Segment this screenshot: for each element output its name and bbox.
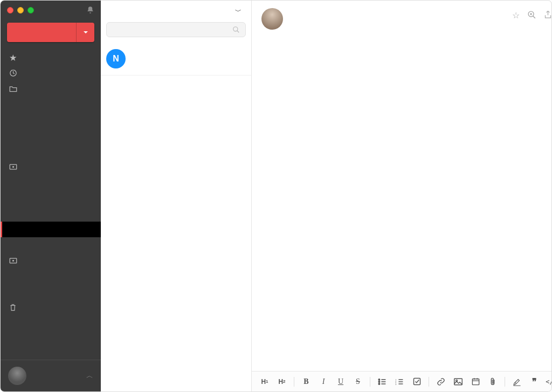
editor-pane: ☆ ••• H1 H2 B I U S 123 [252, 1, 552, 391]
star-icon[interactable]: ☆ [512, 10, 520, 20]
svg-rect-14 [413, 379, 420, 385]
h2-button[interactable]: H2 [274, 375, 289, 389]
nav-abacus-marketing[interactable] [1, 206, 101, 222]
search-icon [232, 26, 240, 33]
nav-leadership-board[interactable] [1, 284, 101, 300]
avatar [8, 367, 26, 385]
code-button[interactable]: </> [544, 375, 552, 389]
nav-trash[interactable] [1, 300, 101, 315]
trash-icon [8, 304, 18, 312]
notes-scroll[interactable]: N [101, 42, 251, 391]
overview-row[interactable]: N [101, 42, 251, 75]
svg-point-2 [12, 166, 13, 168]
chevron-up-icon: ︿ [86, 371, 93, 381]
zoom-icon[interactable] [527, 10, 536, 20]
minimize-window-button[interactable] [17, 7, 24, 13]
left-sidebar: ★ [1, 1, 101, 391]
svg-point-9 [378, 381, 380, 382]
nav-library[interactable] [1, 81, 101, 97]
nav-abacus-general[interactable] [1, 175, 101, 190]
doc-body[interactable] [252, 35, 552, 371]
nav-library-team-11[interactable] [1, 128, 101, 143]
add-note-dropdown[interactable] [76, 23, 94, 42]
svg-point-10 [378, 383, 380, 384]
add-note-label [7, 23, 76, 42]
chevron-down-icon: ﹀ [235, 7, 242, 16]
h1-button[interactable]: H1 [257, 375, 272, 389]
share-icon[interactable] [544, 10, 552, 20]
svg-text:3: 3 [395, 382, 397, 385]
svg-point-8 [378, 379, 380, 380]
bullet-list-button[interactable] [375, 375, 390, 389]
nav-starred[interactable]: ★ [1, 50, 101, 65]
maximize-window-button[interactable] [27, 7, 34, 13]
highlight-button[interactable] [509, 375, 525, 389]
clock-icon [8, 69, 18, 77]
number-list-button[interactable]: 123 [392, 375, 407, 389]
search-input[interactable] [112, 26, 232, 34]
nav-abacus-feature-ideas[interactable] [1, 237, 101, 253]
nav-abacus-product[interactable] [1, 190, 101, 206]
overview-avatar: N [106, 49, 126, 68]
nav-leadership-general[interactable] [1, 269, 101, 284]
strike-button[interactable]: S [350, 375, 365, 389]
current-user[interactable]: ︿ [1, 360, 101, 391]
archived-notes-link[interactable] [101, 75, 251, 91]
checklist-button[interactable] [409, 375, 424, 389]
italic-button[interactable]: I [316, 375, 331, 389]
search-box[interactable] [106, 22, 246, 37]
nav-recent[interactable] [1, 65, 101, 81]
nav-library-general[interactable] [1, 97, 101, 112]
svg-point-4 [12, 260, 13, 262]
attachment-button[interactable] [485, 375, 500, 389]
nav-leadership[interactable] [1, 253, 101, 269]
list-header[interactable]: ﹀ [101, 1, 251, 22]
nav-library-reference[interactable] [1, 143, 101, 159]
nav-library-product-ideas[interactable] [1, 112, 101, 128]
doc-author-avatar [261, 8, 283, 30]
folder-icon [8, 85, 18, 92]
nav-list: ★ [1, 50, 101, 360]
formatting-toolbar: H1 H2 B I U S 123 ❞ </> A✕ [252, 371, 552, 391]
notifications-icon[interactable] [86, 6, 94, 14]
workspace-icon [8, 257, 18, 264]
window-controls [1, 1, 101, 18]
svg-rect-15 [454, 379, 463, 385]
date-button[interactable] [468, 375, 483, 389]
image-button[interactable] [451, 375, 466, 389]
nav-abacus[interactable] [1, 159, 101, 175]
bold-button[interactable]: B [299, 375, 314, 389]
close-window-button[interactable] [7, 7, 13, 13]
underline-button[interactable]: U [333, 375, 348, 389]
nav-abacus-team-okrs[interactable] [1, 222, 101, 237]
workspace-icon [8, 163, 18, 170]
star-icon: ★ [8, 53, 18, 62]
quote-button[interactable]: ❞ [527, 375, 542, 389]
notes-list-pane: ﹀ N [101, 1, 252, 391]
svg-rect-17 [472, 379, 479, 385]
add-note-button[interactable] [7, 23, 94, 42]
svg-point-5 [233, 27, 238, 31]
doc-header: ☆ ••• [252, 1, 552, 35]
link-button[interactable] [433, 375, 448, 389]
